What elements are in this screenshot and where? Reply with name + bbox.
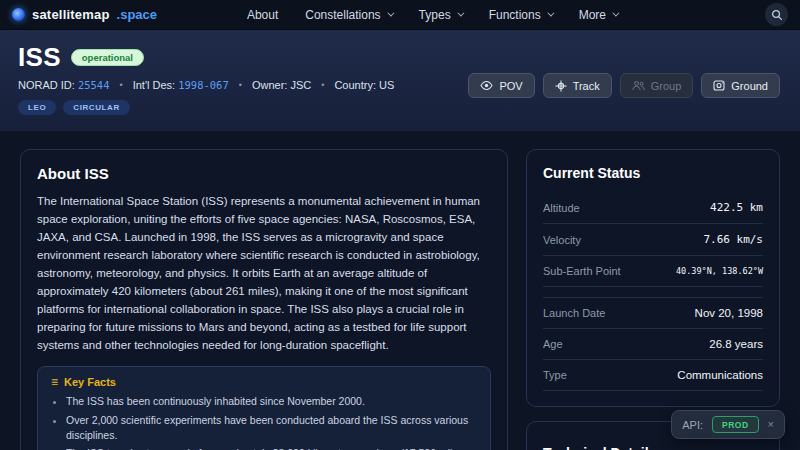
eye-icon — [480, 80, 493, 91]
key-facts-title: Key Facts — [64, 376, 116, 388]
current-status-card: Current Status Altitude 422.5 km Velocit… — [526, 149, 780, 407]
country-label: Country: — [334, 79, 376, 91]
tag-circular[interactable]: CIRCULAR — [63, 100, 130, 115]
norad-value[interactable]: 25544 — [78, 79, 110, 91]
nav-links: About Constellations Types Functions Mor… — [247, 8, 617, 22]
status-row-age: Age 26.8 years — [543, 329, 763, 360]
chevron-down-icon — [547, 10, 554, 17]
section-divider — [543, 287, 763, 298]
pov-button[interactable]: POV — [468, 73, 534, 98]
intl-des-label: Int'l Des: — [133, 79, 175, 91]
close-icon[interactable]: × — [768, 419, 774, 430]
brand-tld: .space — [117, 7, 157, 22]
orbit-tags: LEO CIRCULAR — [18, 100, 780, 115]
owner-label: Owner: — [252, 79, 287, 91]
api-label: API: — [682, 419, 703, 431]
satellite-header: ISS operational NORAD ID: 25544 • Int'l … — [0, 30, 800, 131]
about-card: About ISS The International Space Statio… — [20, 149, 508, 450]
nav-item-functions[interactable]: Functions — [489, 8, 552, 22]
technical-details-title: Technical Details — [543, 445, 763, 450]
about-paragraph: The International Space Station (ISS) re… — [37, 193, 491, 354]
key-fact-item: The ISS travels at a speed of approximat… — [66, 446, 477, 450]
list-icon: ≡ — [51, 376, 58, 388]
api-env-badge: PROD — [712, 416, 759, 433]
key-fact-item: The ISS has been continuously inhabited … — [66, 394, 477, 409]
status-row-sub-earth-point: Sub-Earth Point 40.39°N, 138.62°W — [543, 256, 763, 287]
status-row-launch-date: Launch Date Nov 20, 1998 — [543, 298, 763, 329]
key-facts-box: ≡ Key Facts The ISS has been continuousl… — [37, 366, 491, 450]
page-title: ISS — [18, 43, 61, 72]
crosshair-icon — [555, 80, 567, 92]
owner-value: JSC — [290, 79, 311, 91]
norad-label: NORAD ID: — [18, 79, 75, 91]
intl-des-value[interactable]: 1998-067 — [178, 79, 229, 91]
chevron-down-icon — [387, 10, 394, 17]
ground-button[interactable]: Ground — [701, 73, 780, 98]
brand-logo[interactable]: satellitemap.space — [12, 7, 157, 22]
dot-separator: • — [239, 80, 242, 90]
header-actions: POV Track Group Ground — [468, 73, 780, 98]
nav-item-about[interactable]: About — [247, 8, 278, 22]
dot-separator: • — [321, 80, 324, 90]
navbar: satellitemap.space About Constellations … — [0, 0, 800, 30]
dot-separator: • — [120, 80, 123, 90]
nav-item-more[interactable]: More — [579, 8, 617, 22]
current-status-title: Current Status — [543, 165, 763, 181]
nav-item-types[interactable]: Types — [419, 8, 462, 22]
country-value: US — [379, 79, 394, 91]
brand-name: satellitemap — [32, 7, 110, 22]
group-button[interactable]: Group — [620, 73, 694, 98]
chevron-down-icon — [612, 10, 619, 17]
group-icon — [632, 80, 645, 91]
status-row-velocity: Velocity 7.66 km/s — [543, 224, 763, 256]
tag-leo[interactable]: LEO — [18, 100, 56, 115]
track-button[interactable]: Track — [543, 73, 612, 98]
search-button[interactable] — [765, 3, 788, 26]
status-row-altitude: Altitude 422.5 km — [543, 192, 763, 224]
api-environment-toast: API: PROD × — [671, 410, 785, 439]
right-column: Current Status Altitude 422.5 km Velocit… — [526, 149, 780, 450]
main-content: About ISS The International Space Statio… — [0, 131, 800, 450]
ground-camera-icon — [713, 80, 725, 91]
satellite-globe-icon — [12, 8, 25, 21]
about-title: About ISS — [37, 165, 491, 182]
status-badge: operational — [71, 49, 144, 66]
key-facts-list: The ISS has been continuously inhabited … — [51, 394, 477, 450]
search-icon — [771, 9, 783, 21]
status-row-type: Type Communications — [543, 360, 763, 391]
nav-item-constellations[interactable]: Constellations — [305, 8, 391, 22]
chevron-down-icon — [457, 10, 464, 17]
key-fact-item: Over 2,000 scientific experiments have b… — [66, 413, 477, 443]
